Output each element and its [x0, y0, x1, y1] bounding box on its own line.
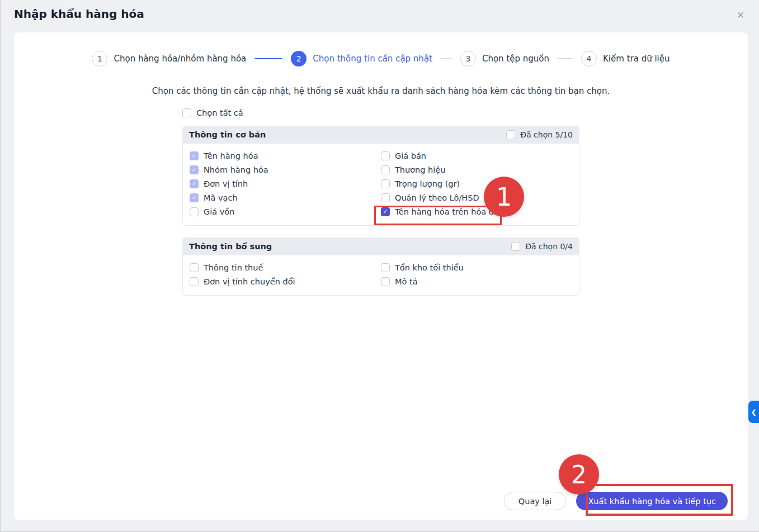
step-4-kiem-tra-du-lieu[interactable]: 4 Kiểm tra dữ liệu: [581, 51, 670, 66]
annotation-highlight-box-1: [374, 206, 502, 225]
step-connector: [441, 58, 452, 59]
chevron-left-icon: ❮: [751, 408, 756, 416]
checkbox-item-quan-ly-theo-lo-hsd[interactable]: Quản lý theo Lô/HSD: [381, 191, 572, 205]
checkbox-checked-disabled-icon[interactable]: ✓: [190, 165, 199, 174]
checkbox-label: Quản lý theo Lô/HSD: [395, 193, 479, 202]
checkbox-unchecked-icon[interactable]: [381, 277, 390, 286]
section-title: Thông tin bổ sung: [189, 242, 272, 251]
checkbox-item-mo-ta[interactable]: Mô tả: [381, 274, 572, 288]
checkbox-item-thuong-hieu[interactable]: Thương hiệu: [381, 163, 572, 177]
step-4-number: 4: [581, 51, 597, 66]
checkbox-unchecked-icon[interactable]: [511, 242, 520, 251]
modal-card: 1 Chọn hàng hóa/nhóm hàng hóa 2 Chọn thô…: [14, 32, 748, 520]
checkbox-label: Mã vạch: [204, 193, 238, 202]
step-connector: [254, 58, 282, 59]
selected-count-label: Đã chọn 0/4: [525, 242, 573, 251]
sidebar-collapse-tab[interactable]: ❮: [748, 401, 759, 423]
checkbox-label: Thương hiệu: [395, 165, 445, 174]
check-icon: ✓: [191, 153, 196, 159]
step-2-number: 2: [291, 51, 307, 66]
checkbox-label: Thông tin thuế: [204, 263, 263, 272]
section-body: Thông tin thuế Đơn vị tính chuyển đổi Tổ…: [182, 255, 579, 296]
annotation-step-badge-1: 1: [484, 177, 524, 217]
checkbox-label: Đơn vị tính chuyển đổi: [204, 277, 295, 286]
checkbox-checked-disabled-icon[interactable]: ✓: [190, 179, 199, 188]
checkbox-item-gia-ban[interactable]: Giá bán: [381, 149, 572, 163]
step-1-label: Chọn hàng hóa/nhóm hàng hóa: [114, 54, 246, 64]
section-header: Thông tin bổ sung Đã chọn 0/4: [182, 238, 579, 255]
checkbox-unchecked-icon[interactable]: [381, 151, 390, 160]
checkbox-label: Mô tả: [395, 277, 418, 286]
step-connector: [558, 58, 573, 59]
checkbox-unchecked-icon[interactable]: [190, 277, 199, 286]
step-1-number: 1: [92, 51, 107, 66]
checkbox-unchecked-icon[interactable]: [381, 179, 390, 188]
back-button[interactable]: Quay lại: [504, 492, 567, 510]
step-2-label: Chọn thông tin cần cập nhật: [313, 54, 432, 64]
checkbox-item-ton-kho-toi-thieu[interactable]: Tổn kho tối thiểu: [381, 260, 572, 274]
step-1-chon-hang-hoa[interactable]: 1 Chọn hàng hóa/nhóm hàng hóa: [92, 51, 246, 66]
checkbox-unchecked-icon[interactable]: [182, 108, 191, 117]
checkbox-label: Đơn vị tính: [204, 179, 248, 188]
checkbox-item-ten-hang-hoa[interactable]: ✓ Tên hàng hóa: [190, 149, 381, 163]
checkbox-unchecked-icon[interactable]: [381, 165, 390, 174]
check-icon: ✓: [191, 167, 196, 173]
checkbox-item-thong-tin-thue[interactable]: Thông tin thuế: [190, 260, 381, 274]
section-header: Thông tin cơ bản Đã chọn 5/10: [182, 126, 579, 144]
checkbox-label: Tổn kho tối thiểu: [395, 263, 464, 272]
step-3-number: 3: [460, 51, 476, 66]
step-3-chon-tep-nguon[interactable]: 3 Chọn tệp nguồn: [460, 51, 549, 66]
select-all-checkbox[interactable]: Chọn tất cả: [182, 106, 579, 120]
checkbox-unchecked-icon[interactable]: [506, 130, 515, 139]
page-title: Nhập khẩu hàng hóa: [14, 7, 144, 21]
checkbox-item-gia-von[interactable]: Giá vốn: [190, 205, 381, 218]
annotation-highlight-box-2: [586, 484, 733, 516]
step-2-chon-thong-tin[interactable]: 2 Chọn thông tin cần cập nhật: [291, 51, 432, 66]
step-3-label: Chọn tệp nguồn: [482, 54, 549, 64]
check-icon: ✓: [191, 194, 196, 201]
annotation-step-badge-2: 2: [559, 454, 599, 495]
section-select-all-checkbox[interactable]: Đã chọn 5/10: [506, 130, 573, 139]
checkbox-label: Nhóm hàng hóa: [204, 165, 268, 174]
select-all-label: Chọn tất cả: [196, 108, 243, 117]
instruction-text: Chọn các thông tin cần cập nhật, hệ thốn…: [14, 86, 748, 96]
checkbox-checked-disabled-icon[interactable]: ✓: [190, 151, 199, 160]
checkbox-unchecked-icon[interactable]: [381, 263, 390, 272]
checkbox-item-ma-vach[interactable]: ✓ Mã vạch: [190, 191, 381, 205]
check-icon: ✓: [191, 180, 196, 187]
section-select-all-checkbox[interactable]: Đã chọn 0/4: [511, 242, 573, 251]
checkbox-label: Giá bán: [395, 151, 426, 160]
checkbox-item-don-vi-tinh[interactable]: ✓ Đơn vị tính: [190, 177, 381, 191]
checkbox-unchecked-icon[interactable]: [190, 263, 199, 272]
checkbox-item-nhom-hang-hoa[interactable]: ✓ Nhóm hàng hóa: [190, 163, 381, 177]
checkbox-checked-disabled-icon[interactable]: ✓: [190, 193, 199, 202]
step-4-label: Kiểm tra dữ liệu: [603, 54, 670, 64]
checkbox-label: Trọng lượng (gr): [395, 179, 460, 188]
checkbox-item-trong-luong[interactable]: Trọng lượng (gr): [381, 177, 572, 191]
checkbox-label: Giá vốn: [204, 207, 234, 216]
checkbox-item-don-vi-tinh-chuyen-doi[interactable]: Đơn vị tính chuyển đổi: [190, 274, 381, 288]
close-icon[interactable]: ✕: [733, 8, 748, 23]
section-title: Thông tin cơ bản: [189, 130, 266, 139]
checkbox-unchecked-icon[interactable]: [381, 193, 390, 202]
checkbox-unchecked-icon[interactable]: [190, 207, 199, 216]
selected-count-label: Đã chọn 5/10: [520, 130, 573, 139]
stepper: 1 Chọn hàng hóa/nhóm hàng hóa 2 Chọn thô…: [14, 51, 748, 66]
section-thong-tin-bo-sung: Thông tin bổ sung Đã chọn 0/4 Thông tin …: [182, 238, 579, 296]
checkbox-label: Tên hàng hóa: [204, 151, 258, 160]
